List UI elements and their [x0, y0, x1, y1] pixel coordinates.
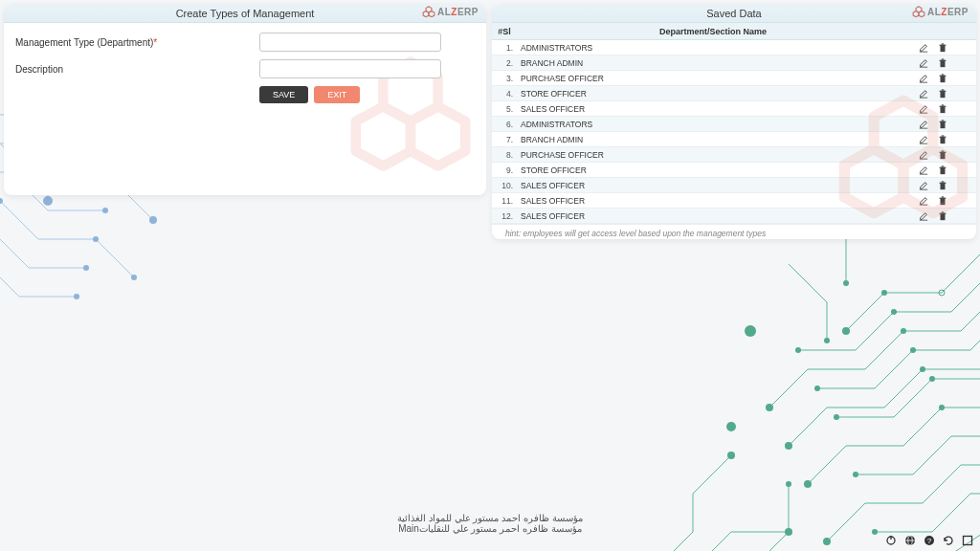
row-name: STORE OFFICER: [517, 89, 909, 99]
svg-rect-48: [940, 90, 947, 91]
svg-point-17: [785, 442, 792, 450]
row-name: SALES OFFICER: [517, 104, 909, 114]
edit-icon[interactable]: [919, 74, 928, 83]
edit-icon[interactable]: [919, 196, 928, 206]
edit-icon[interactable]: [919, 104, 928, 114]
row-name: ADMINISTRATORS: [517, 43, 909, 53]
delete-icon[interactable]: [938, 211, 947, 221]
table-row: 9.STORE OFFICER: [492, 163, 976, 178]
table-row: 12.SALES OFFICER: [492, 209, 976, 224]
svg-rect-55: [942, 120, 945, 121]
svg-point-6: [74, 294, 79, 299]
svg-rect-68: [941, 198, 946, 205]
svg-point-15: [766, 404, 773, 411]
delete-icon[interactable]: [938, 89, 947, 99]
svg-point-37: [726, 422, 736, 431]
table-row: 1.ADMINISTRATORS: [492, 40, 976, 55]
table-row: 11.SALES OFFICER: [492, 193, 976, 209]
help-icon[interactable]: ?: [923, 534, 936, 547]
panel-title: Create Types of Management: [176, 8, 315, 19]
table-row: 8.PURCHASE OFFICER: [492, 147, 976, 163]
svg-point-5: [83, 265, 89, 271]
delete-icon[interactable]: [938, 181, 947, 190]
table-row: 6.ADMINISTRATORS: [492, 117, 976, 132]
row-sl: 12.: [492, 211, 517, 221]
svg-rect-65: [941, 183, 946, 189]
edit-icon[interactable]: [919, 43, 928, 53]
exit-button[interactable]: EXIT: [314, 86, 360, 103]
decorative-circuit-right: [597, 235, 980, 551]
svg-rect-54: [940, 121, 947, 121]
description-input[interactable]: [259, 59, 441, 78]
svg-point-26: [910, 347, 916, 353]
edit-icon[interactable]: [919, 120, 928, 129]
svg-point-24: [891, 309, 897, 315]
row-name: SALES OFFICER: [517, 211, 909, 221]
svg-rect-62: [941, 167, 946, 174]
edit-icon[interactable]: [919, 150, 928, 160]
table-row: 3.PURCHASE OFFICER: [492, 71, 976, 86]
brand-logo: ALZERP: [422, 6, 479, 17]
brand-logo-icon: [912, 6, 925, 17]
row-name: SALES OFFICER: [517, 181, 909, 190]
delete-icon[interactable]: [938, 196, 947, 206]
row-sl: 6.: [492, 120, 517, 129]
refresh-icon[interactable]: [942, 534, 955, 547]
edit-icon[interactable]: [919, 181, 928, 190]
edit-icon[interactable]: [919, 89, 928, 99]
edit-icon[interactable]: [919, 165, 928, 175]
delete-icon[interactable]: [938, 43, 947, 53]
delete-icon[interactable]: [938, 165, 947, 175]
globe-icon[interactable]: [903, 534, 917, 547]
svg-point-23: [881, 290, 887, 296]
management-type-input[interactable]: [259, 33, 441, 52]
save-button[interactable]: SAVE: [259, 86, 308, 103]
svg-point-18: [834, 414, 839, 420]
fullscreen-icon[interactable]: [961, 534, 974, 547]
row-sl: 8.: [492, 150, 517, 160]
svg-rect-51: [940, 105, 947, 106]
panel-header: Create Types of Management ALZERP: [4, 4, 486, 23]
edit-icon[interactable]: [919, 211, 928, 221]
row-sl: 11.: [492, 196, 517, 206]
table-row: 10.SALES OFFICER: [492, 178, 976, 193]
svg-rect-43: [942, 58, 945, 59]
svg-rect-38: [941, 45, 946, 52]
power-icon[interactable]: [884, 534, 898, 547]
svg-rect-63: [940, 166, 947, 167]
svg-point-25: [901, 328, 906, 334]
svg-rect-39: [940, 44, 947, 45]
edit-icon[interactable]: [919, 135, 928, 144]
hint-text: hint: employees will get access level ba…: [492, 224, 976, 239]
svg-rect-66: [940, 182, 947, 183]
delete-icon[interactable]: [938, 150, 947, 160]
delete-icon[interactable]: [938, 135, 947, 144]
row-sl: 5.: [492, 104, 517, 114]
delete-icon[interactable]: [938, 58, 947, 68]
svg-point-35: [939, 290, 945, 296]
table-row: 2.BRANCH ADMIN: [492, 55, 976, 71]
svg-point-31: [727, 452, 735, 459]
svg-rect-53: [941, 121, 946, 128]
svg-rect-50: [941, 106, 946, 113]
delete-icon[interactable]: [938, 120, 947, 129]
delete-icon[interactable]: [938, 104, 947, 114]
svg-point-29: [939, 405, 945, 410]
brand-logo: ALZERP: [912, 6, 969, 17]
column-name: Department/Section Name: [517, 27, 909, 36]
panel-title: Saved Data: [706, 8, 761, 19]
svg-point-10: [131, 275, 137, 280]
edit-icon[interactable]: [919, 58, 928, 68]
svg-rect-58: [942, 135, 945, 136]
svg-rect-64: [942, 165, 945, 166]
svg-point-22: [872, 529, 878, 535]
row-sl: 3.: [492, 74, 517, 83]
svg-point-32: [786, 481, 791, 487]
delete-icon[interactable]: [938, 74, 947, 83]
svg-point-28: [929, 376, 935, 382]
svg-rect-45: [940, 75, 947, 76]
svg-rect-61: [942, 150, 945, 151]
svg-rect-52: [942, 104, 945, 105]
svg-point-34: [824, 338, 830, 343]
table-header: #Sl Department/Section Name: [492, 23, 976, 40]
